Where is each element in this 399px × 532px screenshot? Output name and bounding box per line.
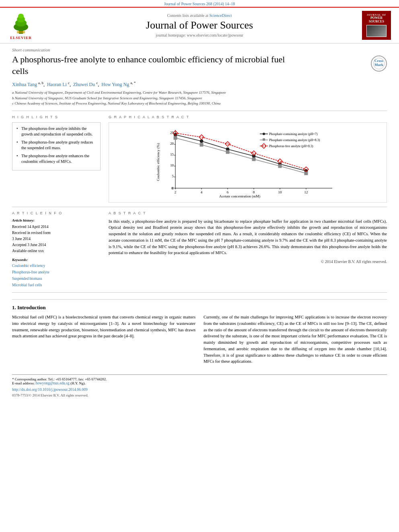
svg-rect-50 <box>304 172 308 175</box>
email-label: E-mail address: <box>12 381 35 385</box>
svg-text:4: 4 <box>201 190 203 194</box>
science-direct-link[interactable]: ScienceDirect <box>209 13 232 18</box>
svg-text:Acetate concentration (mM): Acetate concentration (mM) <box>219 194 260 198</box>
intro-para-1: Microbial fuel cell (MFC) is a bioelectr… <box>12 314 195 339</box>
abstract-col: A B S T R A C T In this study, a phospho… <box>109 211 387 289</box>
keyword-3: Suspended biomass <box>12 275 101 282</box>
received-date: Received 14 April 2014 <box>12 224 101 230</box>
svg-rect-48 <box>252 158 255 161</box>
intro-right: Currently, one of the main challenges fo… <box>204 314 387 368</box>
elsevier-logo: ELSEVIER <box>5 11 37 40</box>
highlights-box: The phosphorus-free anolyte inhibits the… <box>12 122 101 170</box>
keyword-2: Phosphorus-free anolyte <box>12 269 101 275</box>
article-info-heading: A R T I C L E I N F O <box>12 211 101 215</box>
affiliation-c: c Chinese Academy of Sciences, Institute… <box>12 101 387 107</box>
crossmark-icon: Cross Mark <box>371 55 387 72</box>
available-online: Available online xxx <box>12 248 101 254</box>
power-sources-logo: JOURNAL OF POWER SOURCES <box>362 11 391 40</box>
journal-title: Journal of Power Sources <box>41 19 358 31</box>
svg-point-4 <box>18 14 24 18</box>
article-info-col: A R T I C L E I N F O Article history: R… <box>12 211 101 289</box>
elsevier-tree-icon <box>7 11 35 35</box>
journal-homepage: journal homepage: www.elsevier.com/locat… <box>41 33 358 37</box>
svg-text:Cross: Cross <box>374 59 383 63</box>
journal-citation: Journal of Power Sources 268 (2014) 14–1… <box>0 0 399 7</box>
svg-text:15: 15 <box>170 152 174 156</box>
article-type: Short communication <box>12 47 387 52</box>
divider-1 <box>12 111 387 111</box>
divider-2 <box>12 207 387 207</box>
intro-columns: Microbial fuel cell (MFC) is a bioelectr… <box>12 314 387 368</box>
svg-text:Phosphorus-free anolyte (pH=8.: Phosphorus-free anolyte (pH=8.3) <box>269 144 313 148</box>
graphical-abstract-box: 0 5 10 15 20 25 0 Coulombic efficiency ( <box>109 122 387 203</box>
highlight-3: The phosphorus-free anolyte enhances the… <box>16 153 96 164</box>
introduction-section: 1. Introduction Microbial fuel cell (MFC… <box>12 299 387 368</box>
svg-rect-46 <box>200 143 203 146</box>
elsevier-label: ELSEVIER <box>10 36 32 40</box>
svg-text:Coulombic efficiency (%): Coulombic efficiency (%) <box>156 143 160 181</box>
keyword-1: Coulombic efficiency <box>12 263 101 269</box>
authors-line: Xinhua Tang a, b, Haoran Li c, Zhuwei Du… <box>12 81 387 88</box>
footnote-section: * Corresponding author. Tel.: +65 651647… <box>12 374 387 397</box>
svg-point-40 <box>200 140 203 143</box>
svg-text:20: 20 <box>170 142 174 146</box>
highlights-graphical-section: H I G H L I G H T S The phosphorus-free … <box>12 115 387 203</box>
article-title: A phosphorus-free anolyte to enhance cou… <box>12 54 294 77</box>
article-info-abstract-section: A R T I C L E I N F O Article history: R… <box>12 211 387 289</box>
svg-text:Phosphate-containing anolyte (: Phosphate-containing anolyte (pH=8.3) <box>269 138 320 142</box>
main-content: Short communication A phosphorus-free an… <box>0 43 399 401</box>
svg-text:12: 12 <box>304 190 308 194</box>
doi-link[interactable]: http://dx.doi.org/10.1016/j.jpowsour.201… <box>12 388 87 392</box>
highlights-col: H I G H L I G H T S The phosphorus-free … <box>12 115 101 203</box>
header-center: Contents lists available at ScienceDirec… <box>41 13 358 37</box>
svg-text:10: 10 <box>170 163 174 167</box>
keywords-label: Keywords: <box>12 258 101 262</box>
intro-para-2: Currently, one of the main challenges fo… <box>204 314 387 365</box>
svg-text:5: 5 <box>172 174 174 178</box>
highlight-2: The phosphorus-free anolyte greatly redu… <box>16 140 96 151</box>
svg-rect-49 <box>278 164 282 168</box>
affiliations: a National University of Singapore, Depa… <box>12 90 387 107</box>
abstract-heading: A B S T R A C T <box>109 211 387 215</box>
svg-rect-47 <box>226 150 229 154</box>
svg-text:10: 10 <box>278 190 282 194</box>
svg-rect-5 <box>17 31 25 33</box>
email-suffix: (H.Y. Ng). <box>70 381 86 385</box>
highlight-1: The phosphorus-free anolyte inhibits the… <box>16 126 96 137</box>
keyword-4: Microbial fuel cells <box>12 282 101 288</box>
science-direct-info: Contents lists available at ScienceDirec… <box>41 13 358 18</box>
corresponding-author: * Corresponding author. Tel.: +65 651647… <box>12 377 387 381</box>
article-history-label: Article history: <box>12 218 101 222</box>
abstract-text: In this study, a phosphorus-free anolyte… <box>109 218 387 257</box>
received-revised-label: Received in revised form <box>12 230 101 236</box>
email-line: E-mail address: howyong@nus.edu.sg (H.Y.… <box>12 381 387 385</box>
journal-logo-right: JOURNAL OF POWER SOURCES <box>362 11 394 40</box>
graph-svg: 0 5 10 15 20 25 0 Coulombic efficiency ( <box>112 126 383 198</box>
graphical-abstract-heading: G R A P H I C A L A B S T R A C T <box>109 115 387 119</box>
graphical-abstract-col: G R A P H I C A L A B S T R A C T 0 5 10… <box>109 115 387 203</box>
accepted-date: Accepted 3 June 2014 <box>12 242 101 248</box>
svg-text:Mark: Mark <box>374 63 383 67</box>
svg-text:6: 6 <box>227 190 229 194</box>
revised-date: 3 June 2014 <box>12 236 101 242</box>
introduction-heading: 1. Introduction <box>12 304 387 311</box>
svg-text:Phosphate-containing anolyte (: Phosphate-containing anolyte (pH=7) <box>269 132 318 136</box>
svg-text:8: 8 <box>253 190 255 194</box>
journal-header: ELSEVIER Contents lists available at Sci… <box>0 7 399 43</box>
email-link[interactable]: howyong@nus.edu.sg <box>35 381 69 385</box>
svg-rect-61 <box>263 138 265 141</box>
highlights-heading: H I G H L I G H T S <box>12 115 101 119</box>
affiliation-a: a National University of Singapore, Depa… <box>12 90 387 96</box>
affiliation-b: b National University of Singapore, NUS … <box>12 96 387 101</box>
divider-3 <box>12 292 387 293</box>
svg-point-58 <box>263 133 265 135</box>
svg-text:2: 2 <box>175 190 177 194</box>
copyright: © 2014 Elsevier B.V. All rights reserved… <box>109 259 387 264</box>
issn-footer: 0378-7753/© 2014 Elsevier B.V. All right… <box>12 393 387 397</box>
svg-rect-45 <box>174 136 177 140</box>
svg-text:0: 0 <box>171 187 173 190</box>
intro-left: Microbial fuel cell (MFC) is a bioelectr… <box>12 314 195 368</box>
